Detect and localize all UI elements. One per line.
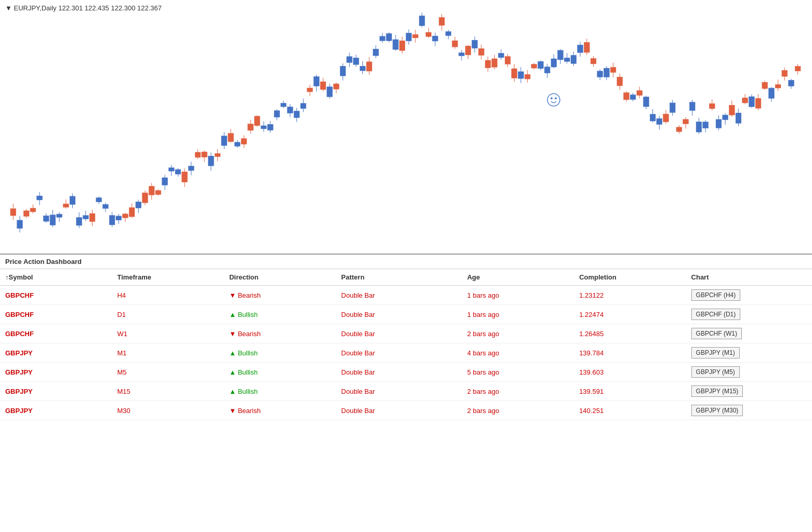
svg-rect-205 [683, 119, 689, 124]
svg-rect-223 [742, 98, 748, 103]
cell-age: 2 bars ago [462, 382, 574, 401]
cell-pattern: Double Bar [336, 363, 462, 382]
svg-rect-159 [531, 64, 537, 68]
cell-direction: ▼ Bearish [224, 286, 336, 305]
cell-completion: 1.23122 [574, 286, 686, 305]
cell-direction: ▼ Bearish [224, 324, 336, 343]
svg-rect-63 [215, 153, 220, 156]
cell-completion: 140.251 [574, 401, 686, 420]
svg-rect-97 [327, 87, 333, 97]
svg-rect-43 [149, 186, 154, 195]
cell-chart: GBPCHF (H4) [686, 286, 812, 305]
svg-rect-153 [512, 69, 517, 78]
svg-rect-53 [182, 172, 188, 182]
svg-rect-17 [63, 204, 69, 207]
cell-direction: ▲ Bullish [224, 363, 336, 382]
cell-timeframe: D1 [112, 305, 224, 324]
chart-button[interactable]: GBPCHF (H4) [691, 289, 741, 301]
chart-button[interactable]: GBPJPY (M1) [691, 347, 740, 358]
cell-timeframe: M5 [112, 363, 224, 382]
cell-direction: ▲ Bullish [224, 305, 336, 324]
svg-rect-215 [716, 119, 722, 128]
svg-rect-101 [340, 66, 346, 76]
dashboard-title: Price Action Dashboard [0, 255, 812, 269]
chart-button[interactable]: GBPJPY (M15) [691, 385, 743, 397]
svg-rect-113 [379, 36, 385, 41]
svg-rect-189 [630, 95, 636, 99]
svg-rect-191 [637, 90, 643, 95]
svg-rect-69 [234, 142, 240, 147]
svg-rect-221 [736, 113, 741, 123]
svg-rect-85 [287, 107, 293, 113]
cell-symbol: GBPJPY [0, 401, 112, 420]
svg-rect-89 [300, 103, 306, 109]
cell-symbol: GBPCHF [0, 305, 112, 324]
svg-rect-203 [676, 127, 682, 132]
cell-pattern: Double Bar [336, 324, 462, 343]
svg-rect-59 [202, 152, 207, 157]
svg-rect-47 [162, 178, 168, 185]
col-header-chart: Chart [686, 269, 812, 286]
table-row: GBPJPYM1▲ BullishDouble Bar4 bars ago139… [0, 343, 812, 363]
svg-point-240 [547, 94, 560, 106]
chart-button[interactable]: GBPCHF (D1) [691, 309, 741, 320]
svg-rect-31 [109, 216, 115, 225]
svg-rect-41 [142, 193, 148, 203]
table-row: GBPCHFW1▼ BearishDouble Bar2 bars ago1.2… [0, 324, 812, 343]
svg-rect-133 [446, 32, 451, 36]
cell-pattern: Double Bar [336, 343, 462, 363]
chart-button[interactable]: GBPJPY (M30) [691, 405, 743, 416]
svg-rect-125 [419, 16, 425, 25]
svg-rect-195 [650, 114, 656, 121]
svg-rect-209 [696, 122, 702, 132]
cell-direction: ▲ Bullish [224, 343, 336, 363]
svg-rect-197 [657, 118, 662, 124]
svg-rect-35 [123, 214, 128, 218]
direction-label: Bullish [238, 311, 257, 318]
svg-rect-211 [703, 122, 709, 128]
direction-label: Bearish [238, 330, 260, 338]
svg-rect-115 [386, 34, 392, 41]
svg-rect-155 [518, 72, 524, 78]
svg-rect-21 [76, 217, 82, 225]
direction-label: Bearish [238, 291, 260, 299]
table-row: GBPCHFH4▼ BearishDouble Bar1 bars ago1.2… [0, 286, 812, 305]
cell-age: 1 bars ago [462, 286, 574, 305]
dashboard-table: ↑Symbol Timeframe Direction Pattern Age … [0, 269, 812, 420]
cell-direction: ▲ Bullish [224, 382, 336, 401]
chart-button[interactable]: GBPCHF (W1) [691, 328, 742, 339]
cell-age: 5 bars ago [462, 363, 574, 382]
cell-symbol: GBPJPY [0, 382, 112, 401]
cell-completion: 139.591 [574, 382, 686, 401]
direction-label: Bullish [238, 368, 257, 376]
svg-rect-127 [426, 32, 431, 36]
cell-chart: GBPJPY (M1) [686, 343, 812, 363]
svg-rect-11 [43, 216, 49, 221]
table-row: GBPJPYM30▼ BearishDouble Bar2 bars ago14… [0, 401, 812, 420]
svg-rect-143 [479, 49, 484, 56]
svg-rect-147 [492, 59, 497, 67]
cell-symbol: GBPJPY [0, 363, 112, 382]
cell-chart: GBPJPY (M30) [686, 401, 812, 420]
cell-age: 2 bars ago [462, 401, 574, 420]
svg-rect-185 [617, 77, 623, 86]
candlestick-chart: // Will be generated by JS below [0, 0, 812, 254]
chart-button[interactable]: GBPJPY (M5) [691, 366, 740, 378]
svg-rect-51 [175, 169, 181, 174]
svg-rect-167 [558, 50, 564, 60]
svg-rect-163 [544, 67, 550, 73]
svg-rect-105 [353, 58, 359, 64]
svg-rect-187 [624, 92, 630, 100]
svg-rect-157 [525, 74, 530, 79]
svg-rect-121 [406, 33, 412, 41]
svg-rect-15 [57, 214, 62, 217]
svg-rect-45 [155, 191, 161, 195]
svg-rect-57 [195, 152, 201, 157]
bearish-arrow-icon: ▼ [229, 291, 236, 299]
svg-rect-109 [366, 62, 372, 71]
svg-rect-37 [129, 208, 135, 217]
table-row: GBPJPYM5▲ BullishDouble Bar5 bars ago139… [0, 363, 812, 382]
cell-chart: GBPJPY (M15) [686, 382, 812, 401]
cell-timeframe: H4 [112, 286, 224, 305]
svg-rect-131 [439, 18, 444, 25]
